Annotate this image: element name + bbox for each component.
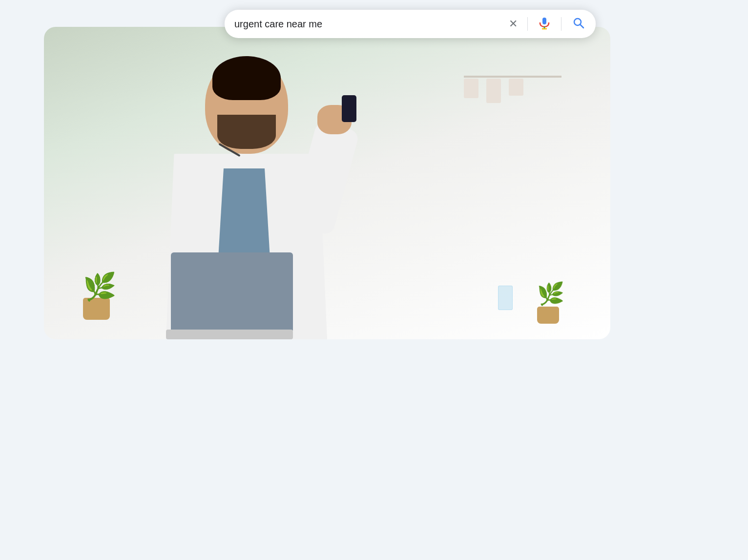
clear-search-icon[interactable]: ✕ [509,18,518,30]
search-icon [571,16,586,30]
plant-right: 🌿 [537,281,571,330]
search-divider-2 [561,17,561,31]
search-bar-container: ✕ [225,10,596,38]
doctor-figure [142,46,356,339]
search-button[interactable] [571,16,586,32]
plant-left: 🌿 [83,273,117,320]
svg-line-4 [580,24,583,28]
search-bar[interactable]: ✕ [225,10,596,38]
search-input[interactable] [234,19,503,30]
glass-decoration [498,286,513,310]
voice-search-button[interactable] [538,16,551,32]
svg-rect-0 [542,18,546,24]
shelf-decoration [464,76,561,103]
background-image: 🌿 🌿 [44,27,610,339]
mic-icon [538,16,551,30]
search-divider [527,17,528,31]
